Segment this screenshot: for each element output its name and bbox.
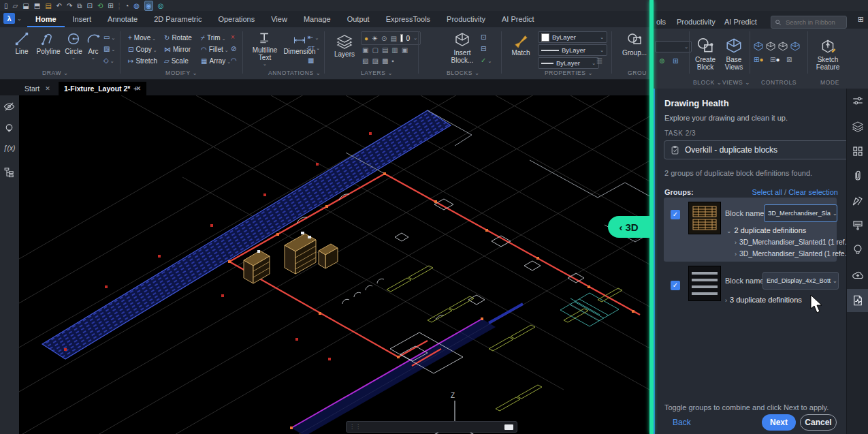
3d-toggle-badge[interactable]: ‹ 3D [608,216,649,238]
drawing-health-panel-icon[interactable] [847,289,868,312]
lightweight-panel-icon[interactable] [852,244,864,256]
ribbon-search-box[interactable] [771,16,847,29]
xref-icon[interactable]: ⧉ [77,1,82,10]
layers-button[interactable]: Layers [331,33,358,58]
layer-new-icon[interactable]: ⊞ [673,57,678,65]
group-checkbox[interactable]: ✓ [671,210,680,219]
new-tab-button[interactable]: + [128,82,143,95]
circle-button[interactable]: Circle⌄ [63,31,84,61]
layer-set-current-icon[interactable]: ⊕ [659,57,664,65]
text-style-icon[interactable]: ST⌄ [308,45,320,51]
tab-ai-predict[interactable]: AI Predict [716,14,765,30]
line-button[interactable]: Line [10,31,34,55]
block-name-dropdown[interactable]: 3D_Merchandiser_Sla⌄ [764,204,837,222]
next-button[interactable]: Next [762,414,796,431]
plot-icon[interactable]: ▤ [45,1,51,10]
multiline-text-button[interactable]: Multiline Text ⌄ [249,31,280,67]
tab-fragment-expresstools[interactable]: ols [654,14,669,30]
globe-icon[interactable]: ◍ [133,1,140,10]
render-mode-icon[interactable]: ◎ [158,1,164,10]
rectangle-tool-icon[interactable]: ▭⌄ [103,33,115,41]
tab-productivity[interactable]: Productivity [669,14,724,30]
back-link[interactable]: Back [673,418,691,427]
layer-tools-row1[interactable]: ▣▢▤▥▣ [362,46,411,54]
tab-home[interactable]: Home [27,11,65,27]
search-input[interactable] [784,18,841,27]
break-icon[interactable]: ◠ [231,57,237,64]
sketch-feature-button[interactable]: Sketch Feature [811,37,844,71]
offset-icon[interactable]: ⊘ [231,45,236,52]
create-block-button[interactable]: Create Block [692,37,718,71]
layer-lock-icon[interactable]: ⊙ [381,35,387,42]
hatch-tool-icon[interactable]: ▨⌄ [103,45,115,52]
cancel-button[interactable]: Cancel [800,414,837,431]
drawing-canvas[interactable]: ZYX [19,95,649,434]
lightbulb-icon[interactable] [3,123,15,134]
redo-icon[interactable]: ↷ [67,1,72,10]
linetype-dropdown[interactable]: ByLayer⌄ [538,44,607,56]
tab-output[interactable]: Output [339,11,378,27]
doc-tab-start[interactable]: Start✕ [19,82,56,95]
drafting-tools-panel-icon[interactable] [852,195,864,207]
new-file-icon[interactable]: ▯ [4,1,8,10]
tab-productivity[interactable]: Productivity [438,11,494,27]
block-attrib-icon[interactable]: ⊟ [481,45,486,52]
control-move-icon[interactable]: ⊠ [786,56,792,63]
ribbon-settings-icon[interactable]: ⊞ [858,15,864,24]
copy-clip-icon[interactable]: ⊡ [87,1,93,10]
layer-tools-row2[interactable]: ▧▨▩▪ [362,57,398,65]
render-mode-active-icon[interactable]: ◉ [144,1,153,11]
control-bulb-off-icon[interactable]: ⊞● [770,56,779,63]
view-cube-axes-icon[interactable] [790,41,801,52]
hide-objects-icon[interactable] [3,101,15,112]
stretch-button[interactable]: ↦Stretch [128,57,157,65]
layer-plot-icon[interactable]: ▤ [390,35,396,42]
tab-annotate[interactable]: Annotate [99,11,146,27]
paste-icon[interactable]: ⊞ [108,1,113,10]
block-edit-icon[interactable]: ⊡ [481,33,486,41]
tab-view[interactable]: View [263,11,295,27]
tab-expresstools[interactable]: ExpressTools [378,11,438,27]
trim-button[interactable]: ⌿Trim⌄ [201,34,226,42]
clear-selection-link[interactable]: Clear selection [788,188,838,196]
app-menu-button[interactable]: λ [3,13,15,24]
comparison-divider[interactable] [649,0,654,434]
base-views-button[interactable]: Base Views [721,37,747,71]
duplicate-expand-row[interactable]: ⌄2 duplicate definitions [726,226,806,234]
render-panel-icon[interactable] [852,219,864,232]
duplicate-item[interactable]: ›3D_Merchandiser_Slanted1 (1 ref… [735,238,852,246]
cloud-upload-panel-icon[interactable] [852,269,864,281]
layers-panel-icon[interactable] [852,120,864,132]
copy-button[interactable]: ⊡Copy⌄ [128,46,157,53]
tab-manage[interactable]: Manage [295,11,339,27]
layer-on-icon[interactable]: ● [364,35,368,42]
scale-button[interactable]: ▱Scale [164,57,189,65]
table-icon[interactable]: ▦ [308,57,314,64]
dim-style-icon[interactable]: ⇤⌄ [308,33,319,41]
region-tool-icon[interactable]: ◇⌄ [103,57,114,64]
insert-block-button[interactable]: Insert Block... [447,31,478,64]
arc-button[interactable]: Arc⌄ [84,31,102,61]
fields-icon[interactable]: ƒ(x) [3,144,15,152]
erase-icon[interactable]: × [231,33,235,41]
blocks-panel-icon[interactable] [852,145,864,157]
open-file-icon[interactable]: ▱ [13,1,18,10]
close-icon[interactable]: ✕ [45,82,50,95]
move-button[interactable]: +Move⌄ [128,34,156,42]
import-icon[interactable]: ⟲ [97,1,103,10]
match-properties-button[interactable]: Match [508,33,534,57]
duplicate-item[interactable]: ›3D_Merchandiser_Slanted (1 refe… [735,250,852,258]
attachments-panel-icon[interactable] [852,170,864,182]
undo-icon[interactable]: ↶ [57,1,62,10]
timer-icon[interactable]: ◔ [125,1,129,10]
drag-grip-icon[interactable]: ⋮⋮ [347,424,361,430]
view-cube-edges-icon[interactable] [777,41,788,52]
properties-settings-icon[interactable]: ☰ [596,57,602,65]
structure-tree-icon[interactable] [3,166,15,178]
save-all-icon[interactable]: ⬒ [34,1,40,10]
tab-2d-parametric[interactable]: 2D Parametric [146,11,210,27]
array-button[interactable]: ▦Array⌄ [201,57,231,65]
duplicate-expand-row[interactable]: ›3 duplicate definitions [725,296,802,304]
rotate-button[interactable]: ↻Rotate [164,34,192,42]
tab-operations[interactable]: Operations [210,11,263,27]
